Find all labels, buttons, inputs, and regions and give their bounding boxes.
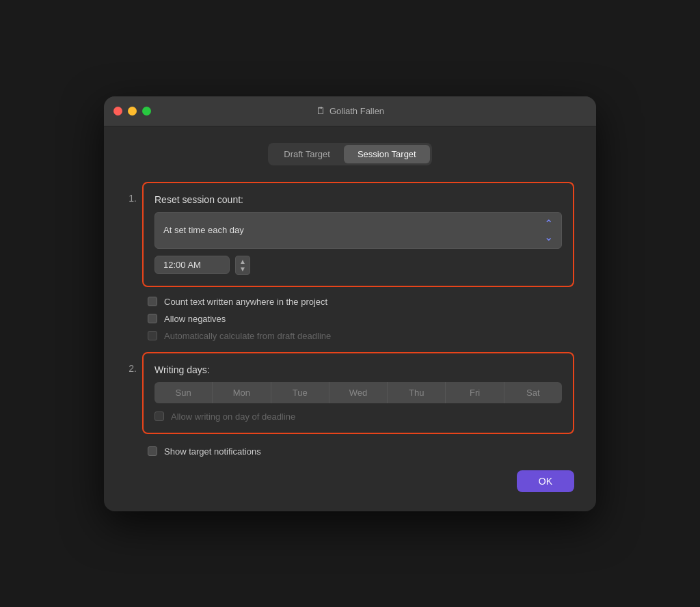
section1-heading: Reset session count: bbox=[154, 194, 562, 205]
tab-bar: Draft Target Session Target bbox=[268, 143, 431, 165]
day-wed[interactable]: Wed bbox=[329, 382, 388, 403]
title-bar: 🗒 Goliath Fallen bbox=[104, 96, 596, 126]
checkbox-count-text-label: Count text written anywhere in the proje… bbox=[164, 297, 327, 307]
minimize-button[interactable] bbox=[128, 107, 137, 116]
section1-box: Reset session count: At set time each da… bbox=[142, 182, 574, 287]
app-window: 🗒 Goliath Fallen Draft Target Session Ta… bbox=[104, 96, 596, 511]
allow-writing-label: Allow writing on day of deadline bbox=[171, 412, 295, 422]
checkbox-allow-writing bbox=[154, 412, 164, 421]
checkbox-count-text[interactable] bbox=[148, 297, 157, 306]
close-button[interactable] bbox=[113, 107, 122, 116]
time-input[interactable]: 12:00 AM bbox=[154, 256, 230, 274]
dropdown-arrows-icon: ⌃⌄ bbox=[544, 217, 553, 243]
checkbox-count-text-row: Count text written anywhere in the proje… bbox=[148, 297, 574, 307]
maximize-button[interactable] bbox=[142, 107, 151, 116]
tab-session[interactable]: Session Target bbox=[344, 145, 430, 163]
checkbox-allow-neg-label: Allow negatives bbox=[164, 314, 226, 324]
section2-box: Writing days: Sun Mon Tue Wed Thu Fri Sa… bbox=[142, 352, 574, 434]
checkboxes-group: Count text written anywhere in the proje… bbox=[126, 297, 574, 341]
tab-draft[interactable]: Draft Target bbox=[270, 145, 344, 163]
section2-heading: Writing days: bbox=[154, 364, 562, 375]
traffic-lights bbox=[113, 107, 151, 116]
reset-dropdown-value: At set time each day bbox=[163, 225, 244, 235]
day-sun[interactable]: Sun bbox=[154, 382, 213, 403]
checkbox-show-notifications[interactable] bbox=[148, 446, 157, 456]
stepper-up-icon: ▲ bbox=[239, 258, 246, 265]
step1-label: 1. bbox=[126, 182, 142, 204]
day-fri[interactable]: Fri bbox=[446, 382, 504, 403]
allow-writing-row: Allow writing on day of deadline bbox=[154, 412, 562, 422]
checkbox-auto-calc-label: Automatically calculate from draft deadl… bbox=[164, 331, 331, 341]
checkbox-auto-calc bbox=[148, 331, 157, 340]
section2-row: 2. Writing days: Sun Mon Tue Wed Thu Fri… bbox=[126, 352, 574, 434]
show-notifications-label: Show target notifications bbox=[164, 446, 261, 457]
time-row: 12:00 AM ▲ ▼ bbox=[154, 256, 562, 275]
days-selector: Sun Mon Tue Wed Thu Fri Sat bbox=[154, 382, 562, 403]
window-title: 🗒 Goliath Fallen bbox=[316, 105, 384, 116]
day-tue[interactable]: Tue bbox=[271, 382, 329, 403]
stepper-down-icon: ▼ bbox=[239, 265, 246, 273]
reset-dropdown-row: At set time each day ⌃⌄ bbox=[154, 212, 562, 249]
step2-label: 2. bbox=[126, 352, 142, 374]
ok-button[interactable]: OK bbox=[517, 470, 574, 492]
time-stepper[interactable]: ▲ ▼ bbox=[235, 256, 250, 275]
ok-row: OK bbox=[126, 470, 574, 492]
show-notifications-row: Show target notifications bbox=[126, 446, 574, 457]
day-mon[interactable]: Mon bbox=[213, 382, 271, 403]
checkbox-auto-calc-row: Automatically calculate from draft deadl… bbox=[148, 331, 574, 341]
checkbox-allow-neg[interactable] bbox=[148, 314, 157, 323]
checkbox-allow-neg-row: Allow negatives bbox=[148, 314, 574, 324]
day-sat[interactable]: Sat bbox=[504, 382, 562, 403]
reset-dropdown[interactable]: At set time each day ⌃⌄ bbox=[154, 212, 562, 249]
dialog-content: Draft Target Session Target 1. Reset ses… bbox=[104, 126, 596, 511]
day-thu[interactable]: Thu bbox=[388, 382, 446, 403]
app-icon: 🗒 bbox=[316, 105, 325, 116]
section1-row: 1. Reset session count: At set time each… bbox=[126, 182, 574, 287]
